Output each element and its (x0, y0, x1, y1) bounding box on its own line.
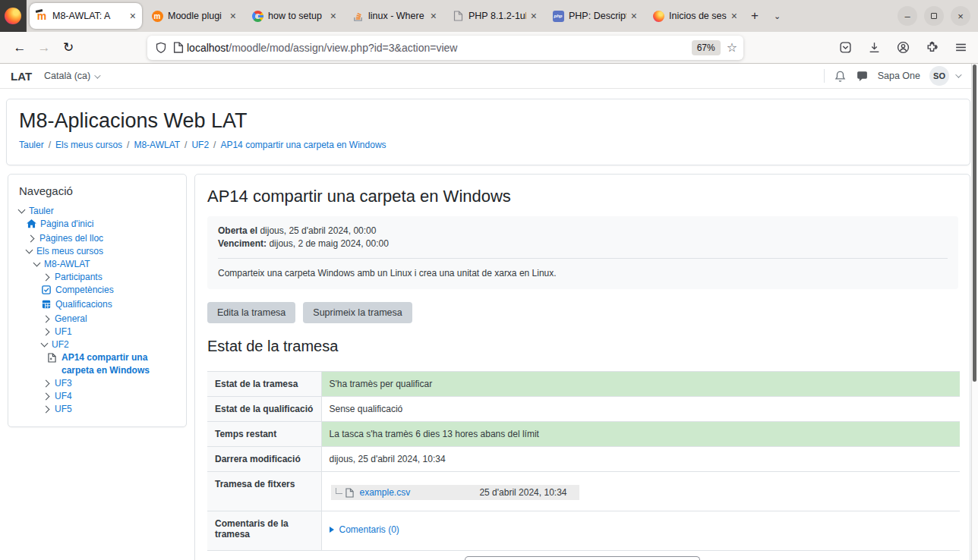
close-icon[interactable]: × (631, 11, 637, 21)
nav-item-ap14-assignment[interactable]: AP14 compartir una carpeta en Windows (19, 351, 177, 377)
tab-moodle-plugins[interactable]: m Moodle plugi × (145, 3, 242, 29)
chevron-down-icon[interactable] (955, 71, 961, 77)
chevron-right-icon[interactable] (43, 316, 50, 323)
tab-moodle-assignment[interactable]: m M8-AWLAT: A × (30, 3, 142, 29)
chevron-down-icon[interactable] (18, 206, 26, 214)
chevron-down-icon[interactable] (41, 340, 49, 348)
submitted-file-row: example.csv 25 d'abril 2024, 10:34 (331, 485, 579, 500)
tab-firefox-logins[interactable]: Inicios de ses × (646, 3, 743, 29)
notifications-bell-icon[interactable] (834, 70, 847, 83)
chevron-right-icon[interactable] (27, 235, 35, 243)
chevron-right-icon[interactable] (43, 380, 50, 388)
language-menu[interactable]: Català (ca) (44, 71, 99, 81)
nav-item-uf2[interactable]: UF2 (19, 338, 177, 351)
back-button[interactable]: ← (8, 40, 32, 55)
user-name[interactable]: Sapa One (878, 71, 920, 81)
tab-php-changelog[interactable]: PHP 8.1.2-1ubun × (446, 3, 543, 29)
nav-item-course[interactable]: M8-AWLAT (19, 258, 177, 271)
chevron-right-icon[interactable] (43, 406, 50, 414)
pocket-icon[interactable] (839, 41, 852, 54)
close-icon[interactable]: × (431, 11, 437, 21)
restore-icon (931, 13, 937, 19)
close-icon[interactable]: × (731, 11, 737, 21)
collapsed-bottom-element[interactable] (465, 556, 700, 560)
nav-item-competencies[interactable]: Competències (19, 284, 177, 298)
scrollbar-thumb[interactable] (973, 64, 976, 382)
divider (824, 69, 825, 83)
row-label: Estat de la tramesa (207, 372, 321, 397)
close-icon[interactable]: × (130, 11, 136, 21)
site-brand[interactable]: LAT (11, 70, 32, 83)
table-row: Estat de la tramesa S'ha tramès per qual… (207, 372, 960, 397)
extensions-puzzle-icon[interactable] (926, 41, 939, 54)
nav-item-uf4[interactable]: UF4 (19, 390, 177, 403)
firefox-icon (5, 8, 21, 24)
chevron-right-icon[interactable] (43, 393, 50, 401)
url-text: localhost/moodle/mod/assign/view.php?id=… (187, 42, 692, 54)
row-label: Tramesa de fitxers (207, 472, 321, 511)
download-icon[interactable] (868, 41, 881, 54)
nav-item-uf5[interactable]: UF5 (19, 403, 177, 416)
page-icon (452, 10, 464, 22)
avatar[interactable]: SO (929, 66, 949, 86)
google-icon (252, 11, 263, 22)
nav-item-uf1[interactable]: UF1 (19, 326, 177, 338)
shield-icon[interactable] (155, 42, 167, 54)
remove-submission-button[interactable]: Suprimeix la tramesa (303, 302, 412, 323)
close-icon[interactable]: × (230, 11, 236, 21)
nav-item-site-pages[interactable]: Pàgines del lloc (19, 232, 177, 245)
firefox-icon (653, 11, 664, 22)
breadcrumb-link-uf2[interactable]: UF2 (191, 140, 209, 150)
due-value: dijous, 2 de maig 2024, 00:00 (269, 238, 388, 249)
list-tabs-button[interactable]: ⌄ (766, 11, 788, 21)
forward-button[interactable]: → (32, 40, 56, 55)
assignment-file-icon (48, 353, 58, 367)
chevron-down-icon[interactable] (33, 260, 41, 267)
tab-linux-stackoverflow[interactable]: linux - Where × (345, 3, 443, 29)
url-bar[interactable]: localhost/moodle/mod/assign/view.php?id=… (147, 36, 743, 60)
breadcrumb-link-tauler[interactable]: Tauler (19, 140, 44, 150)
breadcrumb-link-course[interactable]: M8-AWLAT (134, 140, 180, 150)
zoom-level-badge[interactable]: 67% (692, 40, 721, 55)
close-icon[interactable]: × (330, 11, 336, 21)
nav-item-uf3[interactable]: UF3 (19, 377, 177, 390)
submitted-file-link[interactable]: example.csv (360, 487, 411, 498)
account-icon[interactable] (897, 41, 910, 54)
close-icon[interactable]: × (531, 11, 537, 21)
chevron-right-icon[interactable] (43, 274, 50, 282)
nav-item-my-courses[interactable]: Els meus cursos (19, 245, 177, 258)
table-row-files: Tramesa de fitxers example.csv 25 d'abri… (207, 472, 960, 511)
tab-how-to-setup[interactable]: how to setup × (245, 3, 342, 29)
row-label: Estat de la qualificació (207, 397, 321, 422)
bookmark-star-icon[interactable]: ☆ (727, 40, 737, 55)
firefox-app-button[interactable] (0, 0, 27, 32)
stackoverflow-icon (352, 10, 364, 22)
breadcrumb-link-assignment[interactable]: AP14 compartir una carpeta en Windows (220, 140, 386, 150)
nav-item-home[interactable]: Pàgina d'inici (19, 218, 177, 232)
chevron-down-icon[interactable] (26, 247, 33, 254)
edit-submission-button[interactable]: Edita la tramesa (207, 302, 295, 323)
row-label: Comentaris de la tramesa (207, 511, 321, 551)
nav-item-participants[interactable]: Participants (19, 271, 177, 284)
new-tab-button[interactable]: + (743, 8, 766, 24)
page-scrollbar[interactable] (971, 64, 978, 560)
browser-tab-bar: m M8-AWLAT: A × m Moodle plugi × how to … (0, 0, 978, 32)
row-value: Sense qualificació (321, 397, 960, 422)
nav-item-grades[interactable]: Qualificacions (19, 298, 177, 313)
window-maximize-button[interactable] (924, 6, 944, 26)
window-close-button[interactable]: × (951, 6, 970, 26)
messages-bubble-icon[interactable] (856, 70, 869, 83)
reload-button[interactable]: ↻ (56, 39, 80, 55)
comments-toggle-link[interactable]: Comentaris (0) (330, 524, 399, 535)
page-icon (173, 42, 184, 53)
page-header-card: M8-Aplicacions Web LAT Tauler/Els meus c… (6, 99, 970, 165)
nav-item-general[interactable]: General (19, 313, 177, 326)
breadcrumb-link-courses[interactable]: Els meus cursos (55, 140, 122, 150)
chevron-right-icon[interactable] (43, 329, 50, 336)
window-minimize-button[interactable]: – (898, 6, 917, 26)
navigation-title: Navegació (19, 184, 177, 197)
nav-item-tauler[interactable]: Tauler (19, 205, 177, 218)
file-date: 25 d'abril 2024, 10:34 (479, 487, 566, 498)
tab-php-docs[interactable]: php PHP: Descript × (546, 3, 643, 29)
menu-hamburger-icon[interactable] (954, 41, 967, 54)
